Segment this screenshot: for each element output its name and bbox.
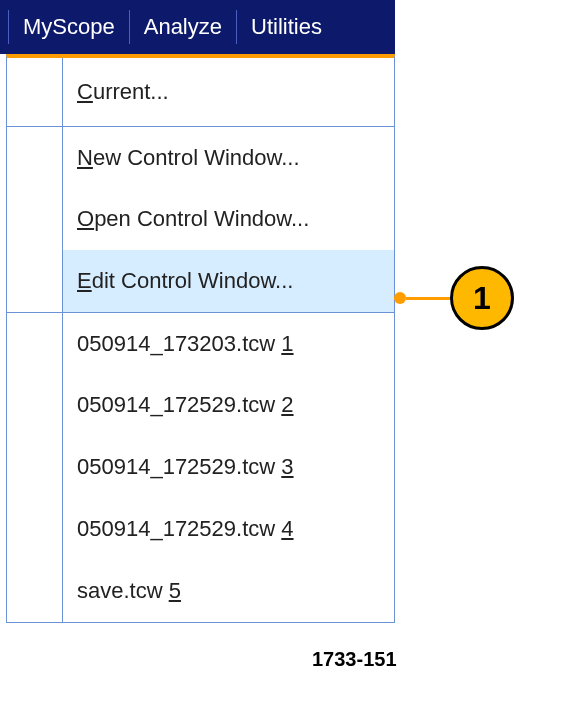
menu-icon-spacer (7, 560, 63, 622)
menu-icon-spacer (7, 188, 63, 250)
figure-id: 1733-151 (312, 648, 397, 671)
menu-item-recent-4[interactable]: 050914_172529.tcw 4 (7, 498, 394, 560)
menu-icon-spacer (7, 250, 63, 312)
menu-item-recent-1[interactable]: 050914_173203.tcw 1 (7, 312, 394, 374)
menu-icon-spacer (7, 58, 63, 126)
menu-item-label: 050914_172529.tcw 3 (63, 436, 394, 498)
menu-icon-spacer (7, 436, 63, 498)
menu-icon-spacer (7, 127, 63, 188)
menu-item-new-control-window[interactable]: New Control Window... (7, 126, 394, 188)
callout-number: 1 (450, 266, 514, 330)
menu-item-label: 050914_172529.tcw 2 (63, 374, 394, 436)
menu-icon-spacer (7, 374, 63, 436)
menu-icon-spacer (7, 498, 63, 560)
menu-utilities[interactable]: Utilities (236, 10, 336, 44)
menu-item-recent-3[interactable]: 050914_172529.tcw 3 (7, 436, 394, 498)
menu-item-open-control-window[interactable]: Open Control Window... (7, 188, 394, 250)
menu-item-current[interactable]: Current... (7, 58, 394, 126)
menu-item-label: Current... (63, 58, 394, 126)
menu-myscope[interactable]: MyScope (8, 10, 129, 44)
callout-line-icon (406, 297, 450, 300)
menu-item-label: 050914_172529.tcw 4 (63, 498, 394, 560)
menu-item-edit-control-window[interactable]: Edit Control Window... (7, 250, 394, 312)
menu-icon-spacer (7, 313, 63, 374)
menu-item-recent-2[interactable]: 050914_172529.tcw 2 (7, 374, 394, 436)
menu-item-label: 050914_173203.tcw 1 (63, 313, 394, 374)
callout-dot-icon (394, 292, 406, 304)
menu-item-label: New Control Window... (63, 127, 394, 188)
menu-analyze[interactable]: Analyze (129, 10, 236, 44)
menu-item-recent-5[interactable]: save.tcw 5 (7, 560, 394, 622)
menu-item-label: save.tcw 5 (63, 560, 394, 622)
menubar: MyScope Analyze Utilities (0, 0, 395, 54)
callout-1: 1 (394, 266, 514, 330)
menu-item-label: Edit Control Window... (63, 250, 394, 312)
menu-item-label: Open Control Window... (63, 188, 394, 250)
myscope-dropdown: Current... New Control Window... Open Co… (6, 54, 395, 623)
